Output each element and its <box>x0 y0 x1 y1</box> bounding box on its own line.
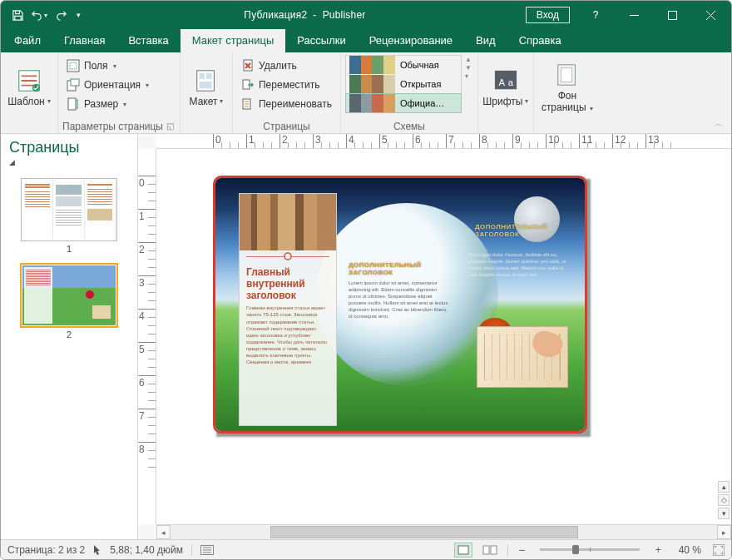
zoom-handle[interactable] <box>572 545 579 554</box>
status-page[interactable]: Страница: 2 из 2 <box>7 544 85 556</box>
orientation-button[interactable]: Ориентация▾ <box>62 76 153 94</box>
redo-icon[interactable] <box>51 5 71 25</box>
rename-page-button[interactable]: Переименовать <box>237 95 336 113</box>
ribbon-group-pageparams: Поля▾ Ориентация▾ Размер▾ Параметры стра… <box>58 52 181 133</box>
status-bar: Страница: 2 из 2 5,88; 1,40 дюйм − + 40 … <box>1 539 731 559</box>
signin-button[interactable]: Вход <box>526 7 570 23</box>
scheme-up-icon[interactable]: ▲ <box>463 56 473 63</box>
size-icon <box>67 97 80 111</box>
status-size-icon <box>200 545 214 555</box>
template-button[interactable]: Шаблон▾ <box>5 55 53 118</box>
scheme-item[interactable]: Обычная <box>346 56 461 74</box>
layout-button[interactable]: Макет▾ <box>185 55 228 118</box>
svg-rect-11 <box>200 82 212 88</box>
close-icon[interactable] <box>691 2 730 27</box>
tab-file[interactable]: Файл <box>2 29 52 52</box>
pages-pane: Страницы ◢ 1 2 <box>1 134 138 539</box>
thumb-number: 1 <box>67 244 72 254</box>
margins-button[interactable]: Поля▾ <box>62 57 153 75</box>
orientation-icon <box>67 78 80 92</box>
scheme-label: Официа… <box>400 98 444 108</box>
panel-body: Главная внутренняя статья может занять 7… <box>240 303 336 367</box>
move-page-button[interactable]: Переместить <box>237 76 336 94</box>
pages-group-label: Страницы <box>263 121 309 132</box>
qat-customize-icon[interactable]: ▾ <box>72 5 84 25</box>
scheme-item[interactable]: Официа… <box>346 94 461 112</box>
collapse-ribbon-icon[interactable]: ︿ <box>711 116 726 131</box>
undo-icon[interactable]: ▾ <box>29 5 49 25</box>
panel-title: Главный внутренний заголовок <box>240 262 336 303</box>
minimize-icon[interactable] <box>615 2 653 27</box>
scroll-track[interactable] <box>171 525 717 539</box>
tab-insert[interactable]: Вставка <box>116 29 180 52</box>
tab-pagelayout[interactable]: Макет страницы <box>181 29 286 52</box>
scheme-more-icon[interactable]: ▾ <box>463 72 473 80</box>
pointer-icon <box>93 545 101 555</box>
view-spread-icon[interactable] <box>481 543 499 558</box>
ribbon-group-fonts: Aa Шрифты▾ <box>478 52 534 133</box>
body-text-right: Proin eget dolor rhoncus, facilisis elit… <box>468 251 568 326</box>
tab-home[interactable]: Главная <box>52 29 116 52</box>
fonts-button[interactable]: Aa Шрифты▾ <box>482 55 529 118</box>
object-down-icon[interactable]: ▾ <box>718 508 730 519</box>
tab-help[interactable]: Справка <box>507 29 573 52</box>
zoom-slider[interactable] <box>540 548 640 551</box>
svg-rect-7 <box>68 98 76 110</box>
panel-divider-icon <box>240 250 336 262</box>
ruler-vertical[interactable]: 012345678 <box>138 149 156 524</box>
body-text-center: Lorem ipsum dolor sit amet, consectetur … <box>349 280 448 413</box>
tab-mailings[interactable]: Рассылки <box>285 29 357 52</box>
left-text-panel: Главный внутренний заголовок Главная вну… <box>239 193 337 426</box>
tab-view[interactable]: Вид <box>464 29 507 52</box>
title-right: Вход ? <box>526 2 730 27</box>
book-image <box>477 326 568 388</box>
save-icon[interactable] <box>7 5 27 25</box>
pages-pane-expand-icon[interactable]: ◢ <box>1 158 137 170</box>
help-icon[interactable]: ? <box>576 2 615 27</box>
scroll-left-icon[interactable]: ◂ <box>156 525 171 539</box>
object-select-icon[interactable]: ◇ <box>718 494 730 506</box>
pageparams-group-label: Параметры страницы <box>62 121 163 132</box>
scheme-item[interactable]: Открытая <box>346 75 461 93</box>
scheme-down-icon[interactable]: ▼ <box>463 64 473 72</box>
zoom-fit-icon[interactable] <box>713 544 725 556</box>
object-up-icon[interactable]: ▴ <box>718 481 730 493</box>
tab-review[interactable]: Рецензирование <box>358 29 464 52</box>
ribbon-group-template: Шаблон▾ <box>1 52 58 133</box>
status-coord: 5,88; 1,40 дюйм <box>110 544 183 556</box>
size-button[interactable]: Размер▾ <box>62 95 153 113</box>
horizontal-scrollbar[interactable]: ◂ ▸ <box>156 524 731 539</box>
scroll-thumb[interactable] <box>270 526 578 538</box>
canvas-area: 012345678910111213 012345678 ДОПОЛНИТЕЛЬ… <box>138 134 731 539</box>
maximize-icon[interactable] <box>653 2 691 27</box>
svg-rect-23 <box>491 546 497 554</box>
zoom-out-icon[interactable]: − <box>517 543 527 557</box>
ruler-horizontal[interactable]: 012345678910111213 <box>156 134 731 149</box>
window-title: Публикация2 - Publisher <box>84 9 526 21</box>
ribbon-tabs: Файл Главная Вставка Макет страницы Расс… <box>1 29 731 52</box>
section-heading-right: ДОПОЛНИТЕЛЬНЫЙ ЗАГОЛОВОК <box>475 223 566 238</box>
scheme-label: Обычная <box>400 60 439 70</box>
pageparams-launcher-icon[interactable]: ◱ <box>165 121 176 131</box>
background-button[interactable]: Фонстраницы ▾ <box>538 55 596 118</box>
template-label: Шаблон <box>7 97 44 107</box>
ribbon: Шаблон▾ Поля▾ Ориентация▾ Размер▾ Параме… <box>1 52 731 134</box>
delete-page-button[interactable]: Удалить <box>237 57 336 75</box>
page-thumb-1[interactable]: 1 <box>1 173 137 259</box>
app-name: Publisher <box>323 9 366 21</box>
scheme-swatch <box>349 56 395 74</box>
scroll-right-icon[interactable]: ▸ <box>717 525 731 539</box>
move-icon <box>241 78 255 92</box>
svg-rect-0 <box>668 11 676 19</box>
canvas[interactable]: ДОПОЛНИТЕЛЬНЫЙ ЗАГОЛОВОК Lorem ipsum dol… <box>156 149 731 524</box>
page-thumb-2[interactable]: 2 <box>1 259 137 344</box>
ribbon-group-schemes: ОбычнаяОткрытаяОфициа… ▲ ▼ ▾ Схемы <box>341 52 478 133</box>
background-icon <box>554 62 581 88</box>
svg-rect-19 <box>561 68 571 82</box>
publication-page[interactable]: ДОПОЛНИТЕЛЬНЫЙ ЗАГОЛОВОК Lorem ipsum dol… <box>213 176 587 434</box>
zoom-value[interactable]: 40 % <box>671 544 701 556</box>
scheme-swatch <box>349 75 395 93</box>
svg-rect-10 <box>206 73 212 80</box>
zoom-in-icon[interactable]: + <box>653 543 663 556</box>
view-single-icon[interactable] <box>454 543 472 558</box>
